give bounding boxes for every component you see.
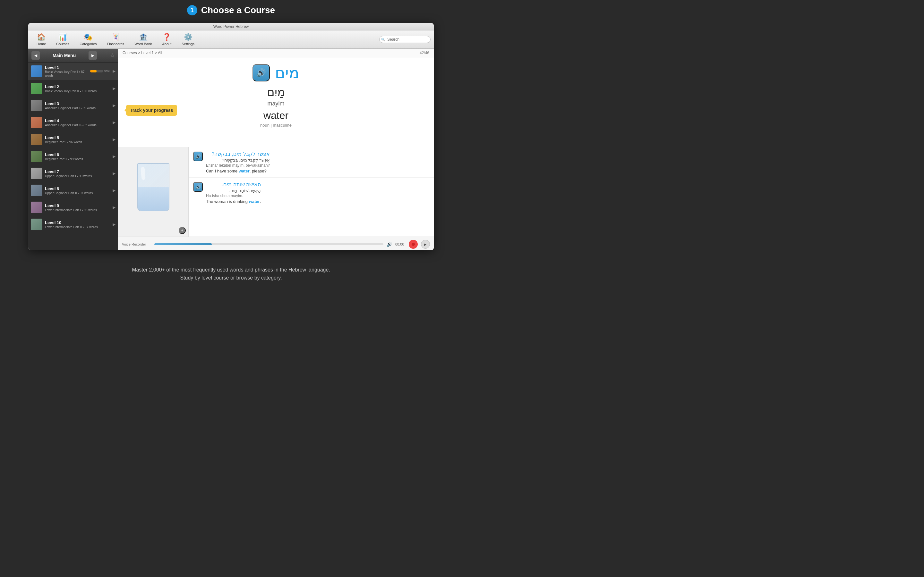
level-info-9: Level 9 Lower Intermediate Part I • 98 w… bbox=[45, 203, 110, 212]
level-item-5[interactable]: Level 5 Beginner Part I • 96 words ▶ bbox=[28, 131, 118, 148]
search-input[interactable] bbox=[379, 36, 431, 43]
level-arrow-5: ▶ bbox=[113, 137, 115, 142]
word-header: 🔊 מים bbox=[252, 64, 299, 82]
recorder-sound-icon: 🔊 bbox=[387, 242, 392, 247]
breadcrumb: Courses > Level 1 > All bbox=[123, 51, 162, 55]
image-expand-button[interactable]: + bbox=[179, 227, 186, 234]
recorder-play-button[interactable]: ▶ bbox=[421, 240, 430, 249]
recorder-progress-fill bbox=[154, 243, 212, 245]
sentence-item-1: 🔊 אפשר לקבל מים, בבקשה? אֶפְשַׁר לְקַבֵּ… bbox=[189, 147, 434, 177]
level-item-1[interactable]: Level 1 Basic Vocabulary Part I • 87 wor… bbox=[28, 63, 118, 80]
hebrew-word-vowel: מַיִם bbox=[267, 85, 285, 99]
word-display-area: 🔊 מים מַיִם mayim water noun | masculine bbox=[118, 57, 434, 147]
level-arrow-7: ▶ bbox=[113, 171, 115, 176]
sentence-speaker-button-1[interactable]: 🔊 bbox=[193, 152, 203, 161]
progress-bar-fill-1 bbox=[90, 70, 97, 73]
page-title: Choose a Course bbox=[201, 5, 275, 15]
sentence-speaker-icon-1: 🔊 bbox=[195, 154, 201, 159]
flashcards-icon: 🃏 bbox=[111, 33, 120, 41]
voice-recorder: Voice Recorder 🔊 00:00 ▶ bbox=[118, 237, 434, 250]
recorder-record-button[interactable] bbox=[409, 240, 418, 249]
toolbar-categories[interactable]: 🎭 Categories bbox=[74, 32, 102, 47]
bottom-line-1: Master 2,000+ of the most frequently use… bbox=[0, 266, 462, 274]
level-arrow-4: ▶ bbox=[113, 120, 115, 125]
word-speaker-button[interactable]: 🔊 bbox=[252, 64, 270, 81]
level-name-8: Level 8 bbox=[45, 186, 110, 191]
level-desc-4: Absolute Beginner Part II • 82 words bbox=[45, 123, 110, 127]
toolbar-courses[interactable]: 📊 Courses bbox=[51, 32, 74, 47]
level-name-7: Level 7 bbox=[45, 169, 110, 174]
glass-water bbox=[138, 187, 169, 211]
level-progress-1: 50% bbox=[90, 69, 110, 73]
bottom-line-2: Study by level course or browse by categ… bbox=[0, 274, 462, 282]
level-thumb-7 bbox=[31, 168, 42, 179]
toolbar-settings[interactable]: ⚙️ Settings bbox=[176, 32, 200, 47]
level-thumb-9 bbox=[31, 201, 42, 213]
level-thumb-5 bbox=[31, 134, 42, 145]
sentence-content-2: האישה שותה מים. הָאִשָּׁה שׁוֹתָה מַיִם.… bbox=[206, 181, 261, 204]
english-word: water bbox=[263, 110, 288, 121]
toolbar-wordbank-label: Word Bank bbox=[134, 42, 152, 46]
level-item-4[interactable]: Level 4 Absolute Beginner Part II • 82 w… bbox=[28, 114, 118, 131]
level-arrow-10: ▶ bbox=[113, 222, 115, 227]
level-item-10[interactable]: Level 10 Lower Intermediate Part II • 97… bbox=[28, 216, 118, 233]
home-icon: 🏠 bbox=[37, 33, 45, 41]
level-name-6: Level 6 bbox=[45, 152, 110, 157]
level-thumb-3 bbox=[31, 100, 42, 111]
level-item-6[interactable]: Level 6 Beginner Part II • 99 words ▶ bbox=[28, 148, 118, 165]
sentence-speaker-button-2[interactable]: 🔊 bbox=[193, 182, 203, 192]
level-info-5: Level 5 Beginner Part I • 96 words bbox=[45, 135, 110, 144]
level-name-2: Level 2 bbox=[45, 84, 110, 89]
level-item-8[interactable]: Level 8 Upper Beginner Part II • 97 word… bbox=[28, 182, 118, 199]
word-type: noun | masculine bbox=[260, 123, 292, 127]
breadcrumb-bar: Courses > Level 1 > All 42/46 bbox=[118, 49, 434, 57]
level-name-1: Level 1 bbox=[45, 65, 87, 70]
toolbar-flashcards-label: Flashcards bbox=[107, 42, 124, 46]
level-item-9[interactable]: Level 9 Lower Intermediate Part I • 98 w… bbox=[28, 199, 118, 216]
glass-image bbox=[131, 163, 176, 221]
sentence-item-2: 🔊 האישה שותה מים. הָאִשָּׁה שׁוֹתָה מַיִ… bbox=[189, 177, 434, 208]
level-desc-8: Upper Beginner Part II • 97 words bbox=[45, 191, 110, 195]
examples-area: + 🔊 אפשר לקבל מים, בבקשה? אֶפְשַׁר לְקַב… bbox=[118, 147, 434, 237]
level-item-3[interactable]: Level 3 Absolute Beginner Part I • 89 wo… bbox=[28, 97, 118, 114]
main-panel: Courses > Level 1 > All 42/46 🔊 מים מַיִ… bbox=[118, 49, 434, 250]
speaker-icon: 🔊 bbox=[256, 68, 266, 77]
recorder-record-indicator bbox=[412, 243, 415, 246]
progress-pct-1: 50% bbox=[104, 69, 110, 73]
toolbar-wordbank[interactable]: 🏦 Word Bank bbox=[129, 32, 157, 47]
level-info-10: Level 10 Lower Intermediate Part II • 97… bbox=[45, 220, 110, 229]
page-header: 1 Choose a Course bbox=[0, 0, 462, 19]
level-item-2[interactable]: Level 2 Basic Vocabulary Part II • 100 w… bbox=[28, 80, 118, 97]
window-titlebar: Word Power Hebrew bbox=[28, 23, 434, 31]
courses-icon: 📊 bbox=[58, 33, 67, 41]
sentence-hebrew-main-2: האישה שותה מים. bbox=[206, 181, 261, 187]
categories-icon: 🎭 bbox=[84, 33, 92, 41]
toolbar-courses-label: Courses bbox=[56, 42, 69, 46]
toolbar-home[interactable]: 🏠 Home bbox=[31, 32, 51, 47]
level-item-7[interactable]: Level 7 Upper Beginner Part I • 90 words… bbox=[28, 165, 118, 182]
content-area: ◀ Main Menu ▶ ☆ Level 1 Basic Vocabulary… bbox=[28, 49, 434, 250]
level-thumb-1 bbox=[31, 65, 42, 77]
toolbar-about[interactable]: ❓ About bbox=[157, 32, 177, 47]
wordbank-icon: 🏦 bbox=[139, 33, 148, 41]
level-info-4: Level 4 Absolute Beginner Part II • 82 w… bbox=[45, 118, 110, 127]
level-name-10: Level 10 bbox=[45, 220, 110, 225]
recorder-separator bbox=[151, 241, 151, 247]
level-desc-3: Absolute Beginner Part I • 89 words bbox=[45, 106, 110, 110]
sentence-content-1: אפשר לקבל מים, בבקשה? אֶפְשַׁר לְקַבֵּל … bbox=[206, 151, 270, 173]
toolbar-flashcards[interactable]: 🃏 Flashcards bbox=[102, 32, 129, 47]
level-desc-9: Lower Intermediate Part I • 98 words bbox=[45, 208, 110, 212]
settings-icon: ⚙️ bbox=[184, 33, 192, 41]
level-info-8: Level 8 Upper Beginner Part II • 97 word… bbox=[45, 186, 110, 195]
highlight-water-2: water bbox=[249, 199, 260, 204]
glass-shine bbox=[141, 167, 145, 180]
about-icon: ❓ bbox=[162, 33, 171, 41]
sentence-english-2: The woman is drinking water. bbox=[206, 199, 261, 204]
sidebar-star-icon[interactable]: ☆ bbox=[110, 52, 115, 59]
level-desc-5: Beginner Part I • 96 words bbox=[45, 140, 110, 144]
sidebar-back-button[interactable]: ◀ bbox=[31, 51, 40, 60]
sidebar-forward-button[interactable]: ▶ bbox=[89, 51, 97, 60]
level-name-9: Level 9 bbox=[45, 203, 110, 208]
word-transliteration: mayim bbox=[268, 100, 284, 107]
level-thumb-8 bbox=[31, 185, 42, 196]
